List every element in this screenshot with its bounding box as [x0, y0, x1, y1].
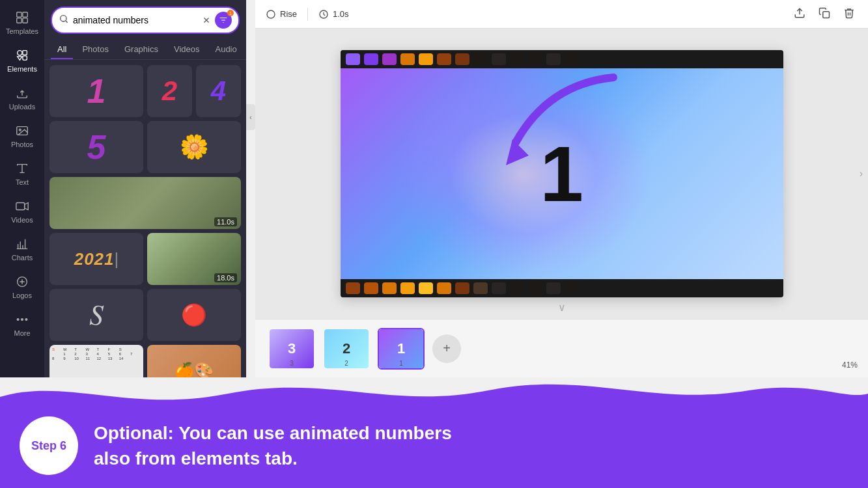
step-label: Step 6: [31, 439, 66, 453]
svg-point-11: [17, 319, 19, 321]
duration-control[interactable]: 1.0s: [318, 9, 349, 20]
list-item[interactable]: 2: [147, 65, 192, 117]
sidebar-item-more[interactable]: More: [3, 307, 42, 342]
film-hole: [473, 53, 488, 65]
timeline-slide-label-2: 2: [344, 360, 348, 367]
sidebar-label-uploads: Uploads: [9, 103, 35, 111]
film-hole-bottom: [346, 282, 360, 294]
sidebar-item-logos[interactable]: Logos: [3, 269, 42, 305]
sidebar-item-charts[interactable]: Charts: [3, 232, 42, 267]
sidebar-item-uploads[interactable]: Uploads: [3, 81, 42, 116]
timeline-slide-2[interactable]: 2 2: [323, 328, 370, 370]
svg-rect-0: [17, 12, 21, 17]
svg-rect-1: [23, 12, 27, 17]
film-hole: [492, 53, 506, 65]
clear-search-button[interactable]: [202, 16, 211, 25]
tab-photos[interactable]: Photos: [76, 40, 115, 59]
canvas-wrapper[interactable]: 1: [255, 29, 868, 319]
film-hole: [400, 53, 415, 65]
sidebar-item-text[interactable]: Text: [3, 156, 42, 191]
sidebar-item-videos[interactable]: Videos: [3, 194, 42, 229]
tab-audio[interactable]: Audio: [208, 40, 243, 59]
film-hole-bottom: [419, 282, 433, 294]
film-hole: [437, 53, 451, 65]
list-item[interactable]: SMTWTFS 1234567 891011121314: [49, 345, 143, 377]
banner-text-line1: Optional: You can use animated numbers: [94, 420, 452, 446]
film-number: 1: [540, 129, 583, 219]
film-hole-bottom: [473, 282, 488, 294]
film-hole: [455, 53, 469, 65]
sidebar-item-photos[interactable]: Photos: [3, 118, 42, 154]
video-duration-2: 18.0s: [214, 273, 237, 282]
film-hole: [546, 53, 561, 65]
animation-label: Rise: [280, 9, 297, 19]
sidebar-label-photos: Photos: [11, 141, 33, 148]
svg-rect-17: [823, 12, 830, 18]
tab-all[interactable]: All: [51, 40, 73, 59]
list-item[interactable]: 𝑆: [49, 289, 143, 341]
export-button[interactable]: [791, 5, 808, 23]
banner-content: Step 6 Optional: You can use animated nu…: [0, 416, 868, 488]
film-hole: [565, 53, 579, 65]
svg-point-8: [19, 129, 21, 131]
svg-rect-6: [23, 56, 27, 60]
list-item[interactable]: 🍊🎨: [147, 345, 241, 377]
scroll-down-button[interactable]: ∨: [558, 301, 566, 314]
chevron-left-icon: ‹: [249, 114, 251, 121]
sidebar-label-text: Text: [16, 178, 29, 186]
search-input[interactable]: [73, 15, 198, 25]
film-holes-bottom: [341, 279, 783, 297]
timeline: 3 3 2 2 1 1 + 41%: [255, 319, 868, 377]
timeline-slide-3[interactable]: 3 3: [268, 328, 315, 370]
film-hole: [364, 53, 378, 65]
film-content: 1: [341, 68, 783, 279]
panel-collapse-button[interactable]: ‹: [246, 104, 255, 130]
svg-rect-2: [17, 18, 21, 23]
zoom-indicator: 41%: [842, 360, 858, 370]
film-hole: [382, 53, 397, 65]
search-icon: [59, 14, 69, 27]
copy-button[interactable]: [816, 5, 833, 23]
list-item[interactable]: 1: [49, 65, 143, 117]
tab-graphics[interactable]: Graphics: [118, 40, 165, 59]
film-hole: [419, 53, 433, 65]
film-hole: [346, 53, 360, 65]
svg-rect-5: [23, 51, 27, 55]
timeline-slide-label-1: 1: [399, 360, 403, 367]
list-item[interactable]: 2021|: [49, 233, 143, 285]
list-item[interactable]: 18.0s: [147, 233, 241, 285]
clock-icon: [318, 9, 329, 20]
filter-button[interactable]: 1: [215, 12, 232, 29]
sidebar: Templates Elements Uploads Ph: [0, 0, 44, 377]
banner-text-line2: also from elements tab.: [94, 446, 452, 471]
rise-icon: [266, 9, 276, 20]
film-hole-bottom: [364, 282, 378, 294]
list-item[interactable]: 5: [49, 121, 143, 173]
delete-button[interactable]: [841, 5, 858, 23]
film-hole-bottom: [382, 282, 397, 294]
svg-point-14: [61, 16, 66, 21]
film-canvas[interactable]: 1: [341, 50, 783, 297]
tab-videos[interactable]: Videos: [167, 40, 206, 59]
film-hole-bottom: [455, 282, 469, 294]
banner-message: Optional: You can use animated numbers a…: [94, 420, 452, 471]
sidebar-item-elements[interactable]: Elements: [3, 43, 42, 78]
list-item[interactable]: 🔴: [147, 289, 241, 341]
sidebar-label-videos: Videos: [11, 216, 33, 224]
list-item[interactable]: 4: [196, 65, 241, 117]
animation-rise[interactable]: Rise: [266, 9, 297, 20]
wave-decoration: [0, 377, 868, 413]
sidebar-label-more: More: [14, 329, 30, 337]
toolbar-right: [791, 5, 858, 23]
list-item[interactable]: 🌼: [147, 121, 241, 173]
canvas-toolbar: Rise 1.0s: [255, 0, 868, 29]
sidebar-label-charts: Charts: [12, 254, 33, 262]
sidebar-item-templates[interactable]: Templates: [3, 5, 42, 40]
film-hole-bottom: [510, 282, 524, 294]
add-slide-button[interactable]: +: [432, 334, 461, 363]
list-item[interactable]: 11.0s: [49, 177, 241, 229]
svg-rect-9: [16, 203, 25, 210]
timeline-slide-1[interactable]: 1 1: [378, 328, 425, 370]
video-duration: 11.0s: [214, 217, 237, 226]
scroll-right-button[interactable]: ›: [860, 168, 863, 180]
